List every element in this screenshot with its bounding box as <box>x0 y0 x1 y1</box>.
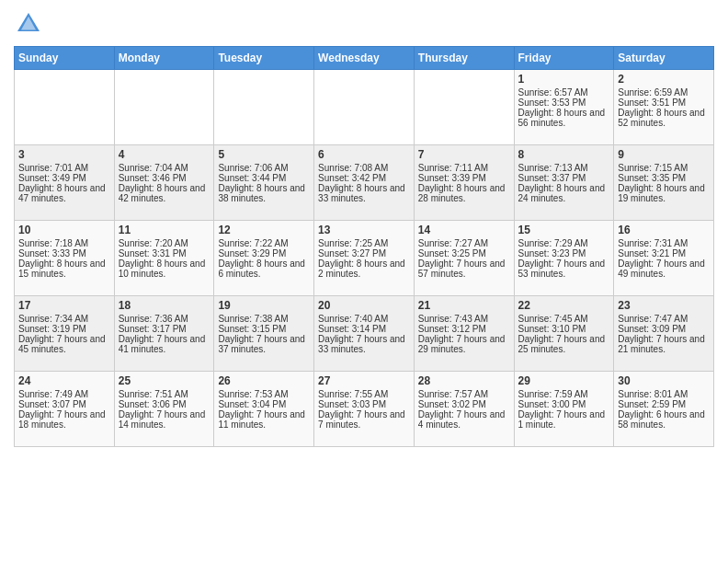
daylight-text: Daylight: 8 hours and 47 minutes. <box>18 183 110 203</box>
day-number: 19 <box>218 299 310 312</box>
logo-icon <box>14 9 43 39</box>
day-number: 10 <box>18 224 110 236</box>
sunrise-text: Sunrise: 7:51 AM <box>119 389 210 399</box>
calendar-cell: 29Sunrise: 7:59 AMSunset: 3:00 PMDayligh… <box>514 372 614 447</box>
calendar-cell: 11Sunrise: 7:20 AMSunset: 3:31 PMDayligh… <box>114 221 214 296</box>
sunrise-text: Sunrise: 7:31 AM <box>618 238 710 248</box>
calendar-cell: 15Sunrise: 7:29 AMSunset: 3:23 PMDayligh… <box>514 221 614 296</box>
day-number: 22 <box>518 299 610 312</box>
calendar-cell: 26Sunrise: 7:53 AMSunset: 3:04 PMDayligh… <box>214 372 314 447</box>
sunrise-text: Sunrise: 7:13 AM <box>518 163 610 173</box>
sunrise-text: Sunrise: 7:40 AM <box>318 314 410 324</box>
day-number: 12 <box>218 224 310 236</box>
sunrise-text: Sunrise: 7:47 AM <box>618 314 710 324</box>
daylight-text: Daylight: 7 hours and 57 minutes. <box>418 259 510 279</box>
sunrise-text: Sunrise: 7:55 AM <box>318 389 410 399</box>
calendar-cell: 6Sunrise: 7:08 AMSunset: 3:42 PMDaylight… <box>314 145 415 221</box>
day-number: 3 <box>18 148 110 161</box>
daylight-text: Daylight: 7 hours and 53 minutes. <box>518 259 610 279</box>
sunrise-text: Sunrise: 7:04 AM <box>119 163 210 173</box>
sunrise-text: Sunrise: 7:45 AM <box>518 314 610 324</box>
day-number: 24 <box>18 374 110 387</box>
day-number: 9 <box>618 148 710 161</box>
sunrise-text: Sunrise: 7:43 AM <box>418 314 510 324</box>
daylight-text: Daylight: 7 hours and 1 minute. <box>518 409 610 430</box>
daylight-text: Daylight: 8 hours and 56 minutes. <box>518 108 610 128</box>
sunset-text: Sunset: 3:15 PM <box>218 324 310 334</box>
day-number: 6 <box>318 148 410 161</box>
sunrise-text: Sunrise: 7:01 AM <box>18 163 110 173</box>
sunrise-text: Sunrise: 7:27 AM <box>418 238 510 248</box>
sunset-text: Sunset: 3:14 PM <box>318 324 410 334</box>
day-number: 15 <box>518 224 610 236</box>
sunrise-text: Sunrise: 7:25 AM <box>318 238 410 248</box>
day-number: 2 <box>618 73 710 86</box>
sunset-text: Sunset: 3:03 PM <box>318 399 410 409</box>
sunset-text: Sunset: 3:53 PM <box>518 98 610 108</box>
day-number: 5 <box>218 148 310 161</box>
calendar-cell <box>114 70 214 145</box>
day-header-sunday: Sunday <box>15 47 115 70</box>
sunset-text: Sunset: 3:31 PM <box>119 248 210 259</box>
week-row-2: 3Sunrise: 7:01 AMSunset: 3:49 PMDaylight… <box>15 145 714 221</box>
week-row-5: 24Sunrise: 7:49 AMSunset: 3:07 PMDayligh… <box>15 372 714 447</box>
calendar-cell: 13Sunrise: 7:25 AMSunset: 3:27 PMDayligh… <box>314 221 415 296</box>
daylight-text: Daylight: 7 hours and 7 minutes. <box>318 409 410 430</box>
calendar-cell: 27Sunrise: 7:55 AMSunset: 3:03 PMDayligh… <box>314 372 415 447</box>
sunrise-text: Sunrise: 7:36 AM <box>119 314 210 324</box>
sunset-text: Sunset: 3:37 PM <box>518 173 610 183</box>
calendar-cell: 17Sunrise: 7:34 AMSunset: 3:19 PMDayligh… <box>15 296 115 372</box>
sunset-text: Sunset: 3:21 PM <box>618 248 710 259</box>
sunrise-text: Sunrise: 7:08 AM <box>318 163 410 173</box>
sunrise-text: Sunrise: 6:57 AM <box>518 87 610 98</box>
sunset-text: Sunset: 3:19 PM <box>18 324 110 334</box>
sunrise-text: Sunrise: 7:57 AM <box>418 389 510 399</box>
daylight-text: Daylight: 7 hours and 4 minutes. <box>418 409 510 430</box>
sunrise-text: Sunrise: 7:59 AM <box>518 389 610 399</box>
daylight-text: Daylight: 7 hours and 37 minutes. <box>218 334 310 354</box>
week-row-1: 1Sunrise: 6:57 AMSunset: 3:53 PMDaylight… <box>15 70 714 145</box>
calendar-cell: 4Sunrise: 7:04 AMSunset: 3:46 PMDaylight… <box>114 145 214 221</box>
daylight-text: Daylight: 8 hours and 6 minutes. <box>218 259 310 279</box>
sunrise-text: Sunrise: 6:59 AM <box>618 87 710 98</box>
calendar-cell: 28Sunrise: 7:57 AMSunset: 3:02 PMDayligh… <box>414 372 514 447</box>
day-header-saturday: Saturday <box>614 47 714 70</box>
calendar-cell: 30Sunrise: 8:01 AMSunset: 2:59 PMDayligh… <box>614 372 714 447</box>
sunset-text: Sunset: 3:09 PM <box>618 324 710 334</box>
day-number: 20 <box>318 299 410 312</box>
sunset-text: Sunset: 3:00 PM <box>518 399 610 409</box>
sunset-text: Sunset: 3:51 PM <box>618 98 710 108</box>
day-number: 23 <box>618 299 710 312</box>
sunrise-text: Sunrise: 7:38 AM <box>218 314 310 324</box>
calendar-cell <box>15 70 115 145</box>
sunrise-text: Sunrise: 7:15 AM <box>618 163 710 173</box>
day-header-friday: Friday <box>514 47 614 70</box>
sunrise-text: Sunrise: 7:22 AM <box>218 238 310 248</box>
sunset-text: Sunset: 2:59 PM <box>618 399 710 409</box>
calendar-cell <box>414 70 514 145</box>
day-number: 18 <box>119 299 210 312</box>
sunset-text: Sunset: 3:29 PM <box>218 248 310 259</box>
daylight-text: Daylight: 7 hours and 41 minutes. <box>119 334 210 354</box>
daylight-text: Daylight: 8 hours and 38 minutes. <box>218 183 310 203</box>
calendar-cell: 21Sunrise: 7:43 AMSunset: 3:12 PMDayligh… <box>414 296 514 372</box>
sunrise-text: Sunrise: 7:20 AM <box>119 238 210 248</box>
week-row-4: 17Sunrise: 7:34 AMSunset: 3:19 PMDayligh… <box>15 296 714 372</box>
daylight-text: Daylight: 7 hours and 25 minutes. <box>518 334 610 354</box>
daylight-text: Daylight: 8 hours and 24 minutes. <box>518 183 610 203</box>
calendar-cell: 19Sunrise: 7:38 AMSunset: 3:15 PMDayligh… <box>214 296 314 372</box>
daylight-text: Daylight: 7 hours and 49 minutes. <box>618 259 710 279</box>
day-header-tuesday: Tuesday <box>214 47 314 70</box>
calendar-cell: 24Sunrise: 7:49 AMSunset: 3:07 PMDayligh… <box>15 372 115 447</box>
daylight-text: Daylight: 7 hours and 21 minutes. <box>618 334 710 354</box>
calendar-cell: 1Sunrise: 6:57 AMSunset: 3:53 PMDaylight… <box>514 70 614 145</box>
sunrise-text: Sunrise: 7:34 AM <box>18 314 110 324</box>
daylight-text: Daylight: 7 hours and 18 minutes. <box>18 409 110 430</box>
sunset-text: Sunset: 3:39 PM <box>418 173 510 183</box>
calendar-cell: 18Sunrise: 7:36 AMSunset: 3:17 PMDayligh… <box>114 296 214 372</box>
day-number: 16 <box>618 224 710 236</box>
daylight-text: Daylight: 7 hours and 29 minutes. <box>418 334 510 354</box>
sunset-text: Sunset: 3:04 PM <box>218 399 310 409</box>
sunset-text: Sunset: 3:12 PM <box>418 324 510 334</box>
sunset-text: Sunset: 3:23 PM <box>518 248 610 259</box>
